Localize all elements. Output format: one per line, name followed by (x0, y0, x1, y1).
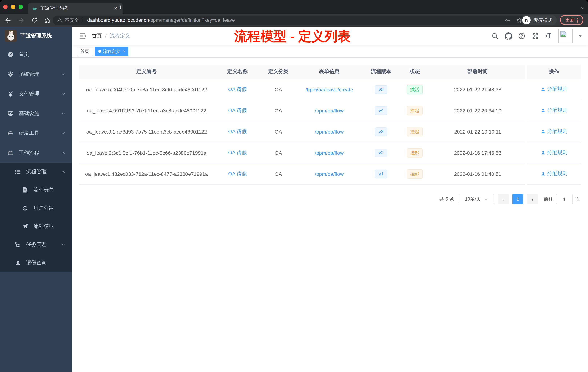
sidebar-item-icon (7, 150, 14, 156)
table-row: oa_leave:4:991f2193-7b7f-11ec-a3c8-acde4… (79, 100, 525, 121)
tag[interactable]: 首页 × (77, 47, 92, 56)
sidebar-item-label: 流程模型 (33, 223, 54, 230)
sidebar-item[interactable]: 流程表单 (0, 181, 72, 199)
help-icon[interactable] (518, 32, 526, 40)
pagination-goto-input[interactable] (556, 194, 573, 204)
table-row: oa_leave:3:1fad3d93-7b75-11ec-a3c8-acde4… (79, 121, 525, 142)
definition-name-link[interactable]: OA 请假 (228, 128, 247, 134)
broken-image-icon (560, 30, 567, 37)
tab-search-chevron-icon[interactable] (581, 5, 585, 12)
sidebar-item[interactable]: 基础设施 (0, 104, 72, 123)
assign-rule-link[interactable]: 分配规则 (541, 171, 567, 177)
window-close-button[interactable] (3, 5, 8, 9)
sidebar-toggle-hamburger-icon[interactable] (79, 32, 86, 40)
status-badge: 挂起 (407, 127, 422, 136)
browser-toolbar: 不安全 dashboard.yudao.iocoder.cn/bpm/manag… (0, 14, 588, 27)
app-title: 芋道管理系统 (20, 32, 52, 39)
definition-id: oa_leave:3:1fad3d93-7b75-11ec-a3c8-acde4… (79, 129, 214, 134)
chevron-icon (61, 92, 65, 96)
fullscreen-icon[interactable] (531, 32, 539, 40)
sidebar-item-icon (15, 260, 21, 266)
forward-button[interactable] (17, 16, 25, 25)
form-info-link[interactable]: /bpm/oa/leave/create (305, 87, 353, 92)
definition-name-link[interactable]: OA 请假 (228, 171, 247, 176)
assign-rule-link[interactable]: 分配规则 (541, 149, 567, 156)
sidebar-item[interactable]: 工作流程 (0, 143, 72, 163)
form-info-link[interactable]: /bpm/oa/flow (315, 150, 344, 156)
tab-close-icon[interactable]: × (112, 5, 119, 11)
sidebar-item[interactable]: 请假查询 (0, 254, 72, 272)
sidebar-item[interactable]: 研发工具 (0, 123, 72, 143)
form-info-link[interactable]: /bpm/oa/flow (315, 129, 344, 134)
tab-title: 芋道管理系统 (40, 5, 112, 11)
back-button[interactable] (4, 16, 12, 25)
security-label[interactable]: 不安全 (65, 17, 79, 23)
address-bar[interactable]: 不安全 dashboard.yudao.iocoder.cn/bpm/manag… (53, 15, 527, 25)
version-tag: v4 (375, 106, 387, 115)
sidebar-item[interactable]: 用户分组 (0, 199, 72, 217)
sidebar-item-icon (22, 205, 28, 211)
browser-update-button[interactable]: 更新 (560, 15, 583, 25)
definition-name-link[interactable]: OA 请假 (228, 107, 247, 113)
version-tag: v5 (375, 85, 387, 94)
sidebar-item-icon (22, 223, 28, 230)
browser-menu-dots-icon[interactable] (577, 18, 578, 22)
page-size-select[interactable]: 10条/页 (459, 194, 494, 204)
breadcrumb-home[interactable]: 首页 (92, 33, 102, 39)
sidebar-item[interactable]: 支付管理 (0, 84, 72, 104)
chevron-icon (61, 242, 65, 247)
sidebar-item-label: 任务管理 (26, 241, 47, 248)
sidebar-item[interactable]: 流程管理 (0, 163, 72, 181)
column-header-name: 定义名称 (214, 68, 261, 75)
deploy-time: 2022-01-16 01:40:51 (430, 171, 525, 177)
pagination-next-button[interactable]: › (527, 194, 538, 204)
avatar[interactable] (558, 29, 573, 43)
incognito-label: 无痕模式 (534, 17, 552, 23)
table-header-row: 定义编号 定义名称 定义分类 表单信息 流程版本 状态 部署时间 (79, 65, 525, 79)
definition-name-link[interactable]: OA 请假 (228, 149, 247, 155)
new-tab-button[interactable]: + (118, 4, 122, 11)
definition-id: oa_leave:4:991f2193-7b7f-11ec-a3c8-acde4… (79, 108, 214, 113)
browser-tab[interactable]: 芋道管理系统 × (28, 2, 123, 14)
definition-name-link[interactable]: OA 请假 (228, 86, 247, 92)
search-icon[interactable] (491, 32, 499, 40)
chevron-icon (61, 72, 65, 77)
column-header-id: 定义编号 (79, 68, 214, 75)
pagination-prev-button[interactable]: ‹ (498, 194, 509, 204)
table-header-row-fixed: 操作 (527, 65, 581, 79)
sidebar-item[interactable]: 系统管理 (0, 65, 72, 84)
deploy-time: 2022-01-22 20:34:10 (430, 108, 525, 113)
pagination-total: 共 5 条 (440, 196, 454, 202)
window-controls (3, 5, 23, 9)
github-icon[interactable] (504, 32, 512, 40)
pagination-unit-label: 页 (576, 196, 580, 202)
home-button[interactable] (43, 16, 52, 25)
avatar-dropdown-caret-icon[interactable] (578, 34, 582, 38)
sidebar-item-icon (7, 51, 14, 58)
window-minimize-button[interactable] (11, 5, 15, 9)
assign-rule-link[interactable]: 分配规则 (541, 128, 567, 135)
assign-rule-link[interactable]: 分配规则 (541, 107, 567, 114)
sidebar-item[interactable]: 任务管理 (0, 236, 72, 254)
assign-rule-link[interactable]: 分配规则 (541, 86, 567, 93)
sidebar-item-label: 流程表单 (33, 187, 54, 193)
font-size-icon[interactable]: tT (545, 32, 553, 40)
definition-id: oa_leave:2:3c1f0ef1-76b1-11ec-9c66-a2380… (79, 150, 214, 156)
tag-close-icon[interactable]: × (123, 49, 125, 54)
sidebar-item-label: 工作流程 (19, 150, 39, 156)
pagination-page-1[interactable]: 1 (512, 194, 523, 204)
reload-button[interactable] (30, 16, 39, 25)
breadcrumb: 首页 / 流程定义 (92, 33, 130, 39)
table-row: oa_leave:2:3c1f0ef1-76b1-11ec-9c66-a2380… (79, 142, 525, 164)
tag[interactable]: 流程定义 × (95, 47, 128, 56)
form-info-link[interactable]: /bpm/oa/flow (315, 171, 344, 177)
sidebar-item[interactable]: 首页 (0, 45, 72, 65)
status-badge: 激活 (407, 85, 422, 94)
sidebar-item-label: 流程管理 (26, 169, 47, 175)
window-zoom-button[interactable] (19, 5, 23, 9)
password-key-icon[interactable] (504, 17, 511, 23)
form-info-link[interactable]: /bpm/oa/flow (315, 108, 344, 113)
sidebar-item[interactable]: 流程模型 (0, 217, 72, 236)
url-text[interactable]: dashboard.yudao.iocoder.cn/bpm/manager/d… (87, 17, 501, 23)
top-navbar: 首页 / 流程定义 流程模型 - 定义列表 (72, 27, 588, 45)
